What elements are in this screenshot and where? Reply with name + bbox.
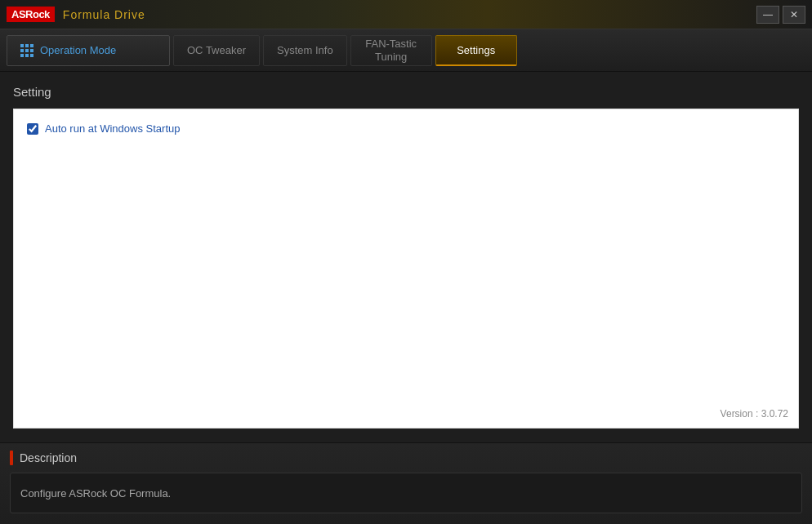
description-title: Description [20,451,77,464]
section-title: Setting [13,85,799,99]
auto-run-checkbox[interactable] [27,123,38,135]
main-content: Setting Auto run at Windows Startup Vers… [0,72,812,442]
operation-mode-button[interactable]: Operation Mode [7,35,170,66]
version-text: Version : 3.0.72 [721,408,788,420]
settings-panel: Auto run at Windows Startup Version : 3.… [13,109,799,429]
description-bar: Description Configure ASRock OC Formula. [0,442,812,524]
asrock-logo: ASRock [7,7,55,22]
minimize-button[interactable]: — [756,6,779,24]
description-header: Description [10,443,802,473]
tab-oc-tweaker[interactable]: OC Tweaker [173,35,260,66]
close-button[interactable]: ✕ [783,6,805,24]
nav-bar: Operation Mode OC Tweaker System Info FA… [0,29,812,72]
tab-fan-tuning[interactable]: FAN-Tastic Tuning [350,35,432,66]
tab-settings[interactable]: Settings [435,35,517,66]
grid-icon [20,44,33,57]
app-title: Formula Drive [63,8,145,21]
title-bar: ASRock Formula Drive — ✕ [0,0,812,29]
auto-run-label[interactable]: Auto run at Windows Startup [27,122,785,135]
description-content: Configure ASRock OC Formula. [10,473,802,513]
title-left: ASRock Formula Drive [7,7,145,22]
auto-run-text: Auto run at Windows Startup [45,122,180,135]
operation-mode-label: Operation Mode [40,44,116,56]
title-controls: — ✕ [756,6,805,24]
tab-system-info[interactable]: System Info [263,35,347,66]
description-indicator [10,451,13,465]
